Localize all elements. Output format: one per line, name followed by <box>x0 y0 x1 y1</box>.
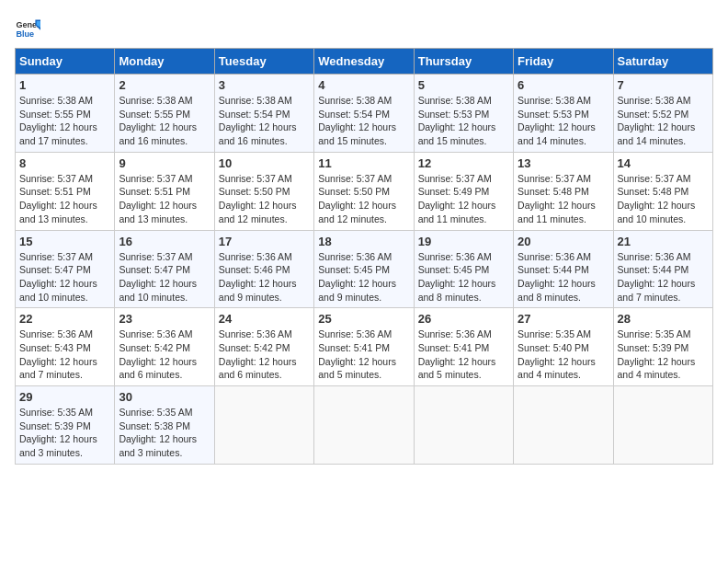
calendar-cell <box>214 386 313 465</box>
svg-text:Blue: Blue <box>16 29 34 39</box>
cell-info-line: Sunset: 5:42 PM <box>119 341 210 355</box>
cell-info-line: and 7 minutes. <box>19 368 110 382</box>
day-number: 3 <box>219 78 310 92</box>
day-number: 25 <box>318 312 409 326</box>
cell-info-line: Daylight: 12 hours <box>518 277 609 291</box>
cell-info-line: Sunset: 5:44 PM <box>618 263 709 277</box>
calendar-cell: 3Sunrise: 5:38 AMSunset: 5:54 PMDaylight… <box>214 75 313 153</box>
calendar-cell: 30Sunrise: 5:35 AMSunset: 5:38 PMDayligh… <box>115 386 214 465</box>
cell-info-line: Sunrise: 5:36 AM <box>219 250 310 264</box>
cell-info-line: Daylight: 12 hours <box>418 121 509 134</box>
cell-info-line: Sunset: 5:48 PM <box>518 185 609 199</box>
day-number: 24 <box>219 312 310 326</box>
cell-info-line: Daylight: 12 hours <box>19 277 110 291</box>
cell-info-line: and 15 minutes. <box>418 134 509 148</box>
calendar-cell: 11Sunrise: 5:37 AMSunset: 5:50 PMDayligh… <box>314 152 414 230</box>
cell-info-line: and 15 minutes. <box>318 134 409 148</box>
cell-info-line: Sunset: 5:47 PM <box>19 263 110 277</box>
cell-info-line: and 12 minutes. <box>318 213 409 226</box>
calendar-cell: 27Sunrise: 5:35 AMSunset: 5:40 PMDayligh… <box>514 308 613 386</box>
cell-info-line: Sunset: 5:49 PM <box>418 185 509 199</box>
cell-info-line: Daylight: 12 hours <box>518 121 609 134</box>
cell-info-line: Daylight: 12 hours <box>119 355 210 369</box>
calendar-cell: 9Sunrise: 5:37 AMSunset: 5:51 PMDaylight… <box>115 152 214 230</box>
cell-info-line: Sunrise: 5:35 AM <box>19 406 110 419</box>
calendar-cell: 4Sunrise: 5:38 AMSunset: 5:54 PMDaylight… <box>314 75 414 153</box>
cell-info-line: Sunrise: 5:37 AM <box>119 172 210 186</box>
cell-info-line: and 11 minutes. <box>418 213 509 226</box>
day-number: 22 <box>19 312 110 326</box>
calendar-cell: 5Sunrise: 5:38 AMSunset: 5:53 PMDaylight… <box>414 75 513 153</box>
calendar-cell <box>514 386 613 465</box>
calendar-cell: 10Sunrise: 5:37 AMSunset: 5:50 PMDayligh… <box>214 152 313 230</box>
calendar-cell: 16Sunrise: 5:37 AMSunset: 5:47 PMDayligh… <box>115 230 214 308</box>
cell-info-line: Sunrise: 5:37 AM <box>119 250 210 264</box>
cell-info-line: Sunset: 5:52 PM <box>618 108 709 121</box>
day-number: 30 <box>119 390 210 404</box>
cell-info-line: and 8 minutes. <box>518 291 609 304</box>
cell-info-line: Sunrise: 5:37 AM <box>19 250 110 264</box>
cell-info-line: Sunrise: 5:36 AM <box>318 250 409 264</box>
cell-info-line: Sunrise: 5:38 AM <box>418 94 509 108</box>
cell-info-line: Sunrise: 5:36 AM <box>219 327 310 341</box>
day-number: 15 <box>19 235 110 248</box>
calendar-cell: 19Sunrise: 5:36 AMSunset: 5:45 PMDayligh… <box>414 230 513 308</box>
calendar-cell: 24Sunrise: 5:36 AMSunset: 5:42 PMDayligh… <box>214 308 313 386</box>
day-number: 8 <box>19 156 110 170</box>
cell-info-line: and 14 minutes. <box>618 134 709 148</box>
cell-info-line: Sunset: 5:42 PM <box>219 341 310 355</box>
day-header-friday: Friday <box>514 49 613 75</box>
cell-info-line: Sunset: 5:45 PM <box>318 263 409 277</box>
cell-info-line: Sunset: 5:41 PM <box>318 341 409 355</box>
cell-info-line: Daylight: 12 hours <box>618 355 709 369</box>
cell-info-line: Daylight: 12 hours <box>119 121 210 134</box>
cell-info-line: and 17 minutes. <box>19 134 110 148</box>
cell-info-line: Daylight: 12 hours <box>518 355 609 369</box>
day-number: 10 <box>219 156 310 170</box>
cell-info-line: Daylight: 12 hours <box>618 277 709 291</box>
calendar-cell: 26Sunrise: 5:36 AMSunset: 5:41 PMDayligh… <box>414 308 513 386</box>
cell-info-line: and 5 minutes. <box>318 368 409 382</box>
calendar-table: SundayMondayTuesdayWednesdayThursdayFrid… <box>15 48 713 465</box>
cell-info-line: and 8 minutes. <box>418 291 509 304</box>
cell-info-line: Sunset: 5:40 PM <box>518 341 609 355</box>
cell-info-line: and 13 minutes. <box>19 213 110 226</box>
calendar-cell: 18Sunrise: 5:36 AMSunset: 5:45 PMDayligh… <box>314 230 414 308</box>
cell-info-line: and 4 minutes. <box>518 368 609 382</box>
cell-info-line: Daylight: 12 hours <box>119 199 210 213</box>
cell-info-line: Sunset: 5:51 PM <box>119 185 210 199</box>
cell-info-line: Daylight: 12 hours <box>19 355 110 369</box>
day-number: 16 <box>119 235 210 248</box>
cell-info-line: Sunset: 5:39 PM <box>19 419 110 433</box>
cell-info-line: Sunrise: 5:36 AM <box>318 327 409 341</box>
cell-info-line: Daylight: 12 hours <box>219 277 310 291</box>
cell-info-line: Daylight: 12 hours <box>518 199 609 213</box>
day-number: 27 <box>518 312 609 326</box>
cell-info-line: Sunset: 5:44 PM <box>518 263 609 277</box>
calendar-cell: 25Sunrise: 5:36 AMSunset: 5:41 PMDayligh… <box>314 308 414 386</box>
cell-info-line: Sunrise: 5:35 AM <box>618 327 709 341</box>
cell-info-line: and 7 minutes. <box>618 291 709 304</box>
day-number: 6 <box>518 78 609 92</box>
day-header-monday: Monday <box>115 49 214 75</box>
cell-info-line: and 11 minutes. <box>518 213 609 226</box>
day-header-tuesday: Tuesday <box>214 49 313 75</box>
calendar-cell: 13Sunrise: 5:37 AMSunset: 5:48 PMDayligh… <box>514 152 613 230</box>
day-number: 26 <box>418 312 509 326</box>
cell-info-line: Daylight: 12 hours <box>418 277 509 291</box>
cell-info-line: Daylight: 12 hours <box>119 277 210 291</box>
day-number: 17 <box>219 235 310 248</box>
day-number: 2 <box>119 78 210 92</box>
cell-info-line: and 10 minutes. <box>618 213 709 226</box>
cell-info-line: Sunset: 5:38 PM <box>119 419 210 433</box>
cell-info-line: Sunrise: 5:37 AM <box>518 172 609 186</box>
header: General Blue <box>15 15 713 40</box>
logo: General Blue <box>15 15 44 40</box>
cell-info-line: Sunset: 5:45 PM <box>418 263 509 277</box>
calendar-cell: 1Sunrise: 5:38 AMSunset: 5:55 PMDaylight… <box>16 75 115 153</box>
cell-info-line: Sunset: 5:55 PM <box>119 108 210 121</box>
cell-info-line: Sunrise: 5:38 AM <box>618 94 709 108</box>
cell-info-line: and 9 minutes. <box>318 291 409 304</box>
calendar-cell: 20Sunrise: 5:36 AMSunset: 5:44 PMDayligh… <box>514 230 613 308</box>
cell-info-line: Sunrise: 5:36 AM <box>418 327 509 341</box>
